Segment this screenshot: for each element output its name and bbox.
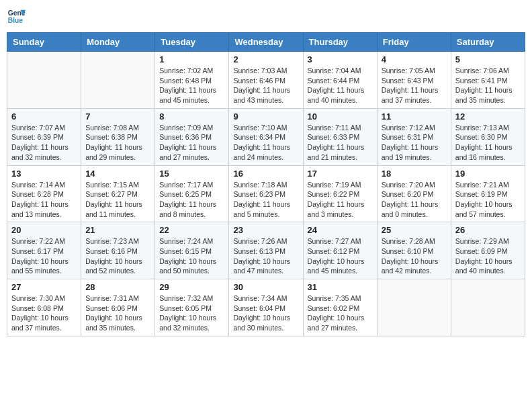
calendar-cell: 26Sunrise: 7:29 AMSunset: 6:09 PMDayligh…: [451, 222, 525, 279]
day-header-saturday: Saturday: [451, 33, 525, 52]
cell-date: 1: [159, 54, 224, 64]
cell-date: 31: [308, 282, 373, 292]
calendar-cell: 18Sunrise: 7:20 AMSunset: 6:20 PMDayligh…: [377, 165, 451, 222]
day-header-wednesday: Wednesday: [229, 33, 303, 52]
cell-date: 13: [11, 169, 77, 179]
cell-date: 9: [233, 111, 298, 122]
cell-info: Sunrise: 7:18 AMSunset: 6:23 PMDaylight:…: [233, 180, 298, 220]
cell-info: Sunrise: 7:31 AMSunset: 6:06 PMDaylight:…: [85, 293, 150, 333]
cell-info: Sunrise: 7:28 AMSunset: 6:10 PMDaylight:…: [382, 236, 447, 276]
cell-date: 3: [308, 54, 373, 64]
cell-info: Sunrise: 7:08 AMSunset: 6:38 PMDaylight:…: [85, 123, 150, 163]
day-header-sunday: Sunday: [7, 33, 81, 52]
calendar-cell: 20Sunrise: 7:22 AMSunset: 6:17 PMDayligh…: [7, 222, 81, 279]
cell-info: Sunrise: 7:02 AMSunset: 6:48 PMDaylight:…: [159, 66, 224, 105]
cell-info: Sunrise: 7:09 AMSunset: 6:36 PMDaylight:…: [159, 123, 224, 163]
cell-date: 19: [455, 169, 521, 179]
calendar-cell: 21Sunrise: 7:23 AMSunset: 6:16 PMDayligh…: [81, 222, 155, 279]
cell-info: Sunrise: 7:05 AMSunset: 6:43 PMDaylight:…: [382, 66, 447, 105]
calendar-cell: 31Sunrise: 7:35 AMSunset: 6:02 PMDayligh…: [303, 279, 377, 336]
calendar-cell: 29Sunrise: 7:32 AMSunset: 6:05 PMDayligh…: [155, 279, 229, 336]
cell-info: Sunrise: 7:22 AMSunset: 6:17 PMDaylight:…: [11, 236, 77, 276]
calendar-cell: 3Sunrise: 7:04 AMSunset: 6:44 PMDaylight…: [303, 52, 377, 109]
calendar-cell: [377, 279, 451, 336]
cell-info: Sunrise: 7:29 AMSunset: 6:09 PMDaylight:…: [455, 236, 521, 276]
calendar-cell: 15Sunrise: 7:17 AMSunset: 6:25 PMDayligh…: [155, 165, 229, 222]
calendar-cell: 2Sunrise: 7:03 AMSunset: 6:46 PMDaylight…: [229, 52, 303, 109]
cell-info: Sunrise: 7:11 AMSunset: 6:33 PMDaylight:…: [308, 123, 373, 163]
week-row-4: 20Sunrise: 7:22 AMSunset: 6:17 PMDayligh…: [7, 222, 525, 279]
cell-date: 2: [233, 54, 298, 64]
calendar-cell: 7Sunrise: 7:08 AMSunset: 6:38 PMDaylight…: [81, 108, 155, 165]
cell-info: Sunrise: 7:03 AMSunset: 6:46 PMDaylight:…: [233, 66, 298, 105]
cell-date: 30: [233, 282, 298, 292]
cell-date: 15: [159, 169, 224, 179]
day-header-tuesday: Tuesday: [155, 33, 229, 52]
cell-info: Sunrise: 7:34 AMSunset: 6:04 PMDaylight:…: [233, 293, 298, 333]
cell-info: Sunrise: 7:27 AMSunset: 6:12 PMDaylight:…: [308, 236, 373, 276]
cell-date: 4: [382, 54, 447, 64]
cell-info: Sunrise: 7:04 AMSunset: 6:44 PMDaylight:…: [308, 66, 373, 105]
calendar-cell: 27Sunrise: 7:30 AMSunset: 6:08 PMDayligh…: [7, 279, 81, 336]
cell-date: 29: [159, 282, 224, 292]
calendar-cell: 17Sunrise: 7:19 AMSunset: 6:22 PMDayligh…: [303, 165, 377, 222]
cell-info: Sunrise: 7:32 AMSunset: 6:05 PMDaylight:…: [159, 293, 224, 333]
cell-info: Sunrise: 7:24 AMSunset: 6:15 PMDaylight:…: [159, 236, 224, 276]
cell-date: 14: [85, 169, 150, 179]
calendar-cell: 11Sunrise: 7:12 AMSunset: 6:31 PMDayligh…: [377, 108, 451, 165]
calendar-cell: 6Sunrise: 7:07 AMSunset: 6:39 PMDaylight…: [7, 108, 81, 165]
cell-info: Sunrise: 7:14 AMSunset: 6:28 PMDaylight:…: [11, 180, 77, 220]
calendar-cell: 24Sunrise: 7:27 AMSunset: 6:12 PMDayligh…: [303, 222, 377, 279]
cell-info: Sunrise: 7:35 AMSunset: 6:02 PMDaylight:…: [308, 293, 373, 333]
cell-info: Sunrise: 7:21 AMSunset: 6:19 PMDaylight:…: [455, 180, 521, 220]
cell-info: Sunrise: 7:20 AMSunset: 6:20 PMDaylight:…: [382, 180, 447, 220]
cell-date: 10: [308, 111, 373, 122]
calendar-cell: 8Sunrise: 7:09 AMSunset: 6:36 PMDaylight…: [155, 108, 229, 165]
calendar-cell: 14Sunrise: 7:15 AMSunset: 6:27 PMDayligh…: [81, 165, 155, 222]
cell-date: 17: [308, 169, 373, 179]
calendar: SundayMondayTuesdayWednesdayThursdayFrid…: [7, 32, 525, 336]
cell-date: 5: [455, 54, 521, 64]
cell-date: 26: [455, 225, 521, 235]
calendar-cell: 28Sunrise: 7:31 AMSunset: 6:06 PMDayligh…: [81, 279, 155, 336]
cell-date: 25: [382, 225, 447, 235]
cell-info: Sunrise: 7:26 AMSunset: 6:13 PMDaylight:…: [233, 236, 298, 276]
day-header-friday: Friday: [377, 33, 451, 52]
header: General Blue: [7, 7, 525, 26]
cell-date: 16: [233, 169, 298, 179]
calendar-cell: 13Sunrise: 7:14 AMSunset: 6:28 PMDayligh…: [7, 165, 81, 222]
cell-info: Sunrise: 7:23 AMSunset: 6:16 PMDaylight:…: [85, 236, 150, 276]
calendar-cell: 4Sunrise: 7:05 AMSunset: 6:43 PMDaylight…: [377, 52, 451, 109]
calendar-cell: 22Sunrise: 7:24 AMSunset: 6:15 PMDayligh…: [155, 222, 229, 279]
cell-date: 11: [382, 111, 447, 122]
week-row-1: 1Sunrise: 7:02 AMSunset: 6:48 PMDaylight…: [7, 52, 525, 109]
calendar-cell: 23Sunrise: 7:26 AMSunset: 6:13 PMDayligh…: [229, 222, 303, 279]
cell-date: 7: [85, 111, 150, 122]
day-header-monday: Monday: [81, 33, 155, 52]
logo-icon: General Blue: [7, 7, 26, 26]
calendar-cell: [81, 52, 155, 109]
calendar-cell: 25Sunrise: 7:28 AMSunset: 6:10 PMDayligh…: [377, 222, 451, 279]
svg-text:Blue: Blue: [8, 17, 24, 24]
calendar-cell: 12Sunrise: 7:13 AMSunset: 6:30 PMDayligh…: [451, 108, 525, 165]
calendar-cell: 5Sunrise: 7:06 AMSunset: 6:41 PMDaylight…: [451, 52, 525, 109]
cell-info: Sunrise: 7:19 AMSunset: 6:22 PMDaylight:…: [308, 180, 373, 220]
cell-date: 6: [11, 111, 77, 122]
calendar-cell: 16Sunrise: 7:18 AMSunset: 6:23 PMDayligh…: [229, 165, 303, 222]
cell-date: 23: [233, 225, 298, 235]
logo: General Blue: [7, 7, 28, 26]
cell-date: 24: [308, 225, 373, 235]
calendar-cell: 19Sunrise: 7:21 AMSunset: 6:19 PMDayligh…: [451, 165, 525, 222]
calendar-cell: 10Sunrise: 7:11 AMSunset: 6:33 PMDayligh…: [303, 108, 377, 165]
week-row-2: 6Sunrise: 7:07 AMSunset: 6:39 PMDaylight…: [7, 108, 525, 165]
cell-date: 18: [382, 169, 447, 179]
cell-info: Sunrise: 7:07 AMSunset: 6:39 PMDaylight:…: [11, 123, 77, 163]
cell-info: Sunrise: 7:10 AMSunset: 6:34 PMDaylight:…: [233, 123, 298, 163]
cell-date: 20: [11, 225, 77, 235]
cell-info: Sunrise: 7:12 AMSunset: 6:31 PMDaylight:…: [382, 123, 447, 163]
cell-info: Sunrise: 7:30 AMSunset: 6:08 PMDaylight:…: [11, 293, 77, 333]
calendar-cell: [451, 279, 525, 336]
day-header-thursday: Thursday: [303, 33, 377, 52]
calendar-cell: 9Sunrise: 7:10 AMSunset: 6:34 PMDaylight…: [229, 108, 303, 165]
cell-date: 27: [11, 282, 77, 292]
